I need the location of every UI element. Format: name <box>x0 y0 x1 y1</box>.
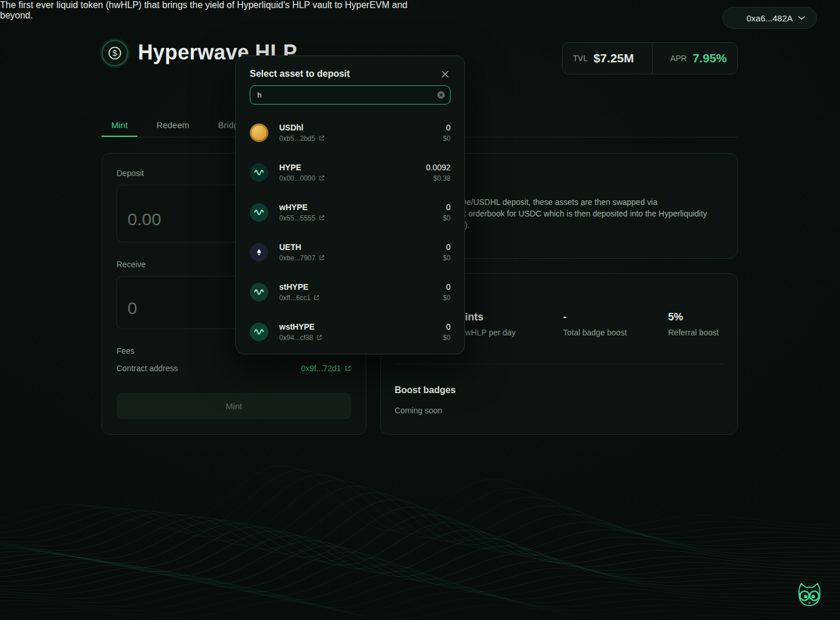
boost-badges-coming-soon: Coming soon <box>395 406 723 415</box>
contract-row: Contract address 0x9f...72d1 <box>117 364 351 373</box>
hyperwave-logo-icon: $ <box>102 40 128 66</box>
asset-balance: 0 <box>446 282 451 292</box>
external-link-icon[interactable] <box>318 175 325 181</box>
contract-address-label: Contract address <box>117 364 178 373</box>
asset-search <box>250 85 451 104</box>
wallet-button[interactable]: 0xa6...482A <box>722 7 817 29</box>
external-link-icon[interactable] <box>318 215 325 221</box>
asset-symbol: stHYPE <box>279 282 432 292</box>
chevron-down-icon <box>798 16 805 20</box>
badge-boost-label: Total badge boost <box>563 328 668 337</box>
points-stat-badge-boost: - Total badge boost <box>563 311 668 337</box>
apr-stat: APR 7.95% <box>670 51 727 65</box>
asset-balance-usd: $0 <box>443 135 451 143</box>
asset-balance: 0 <box>446 123 451 132</box>
search-clear-button[interactable] <box>437 91 445 99</box>
page-subtitle-line1: The first ever liquid token (hwHLP) that… <box>0 0 840 10</box>
hype-token-icon <box>250 163 268 182</box>
points-divider <box>395 364 723 364</box>
modal-header: Select asset to deposit <box>250 68 451 80</box>
asset-address: 0x94...cf38 <box>279 334 313 342</box>
contract-address-link[interactable]: 0x9f...72d1 <box>301 364 351 373</box>
asset-address: 0x00...0000 <box>279 174 316 182</box>
asset-address: 0xb5...2bd5 <box>279 135 316 143</box>
asset-row-sthype[interactable]: stHYPE 0xff...6cc1 0 $0 <box>241 272 460 312</box>
contract-address-value: 0x9f...72d1 <box>301 364 341 373</box>
boost-badges-title: Boost badges <box>395 385 723 395</box>
wallet-address: 0xa6...482A <box>747 13 793 23</box>
tvl-value: $7.25M <box>594 51 634 65</box>
svg-text:$: $ <box>112 48 117 58</box>
asset-balance-usd: $0 <box>443 254 451 262</box>
asset-row-ueth[interactable]: UETH 0xbe...7907 0 $0 <box>241 232 460 272</box>
asset-address: 0x55...5555 <box>279 214 316 222</box>
asset-address: 0xff...6cc1 <box>279 294 310 302</box>
tvl-stat: TVL $7.25M <box>573 51 634 65</box>
asset-symbol: wHYPE <box>279 203 432 212</box>
external-link-icon[interactable] <box>318 135 325 141</box>
asset-balance-usd: $0 <box>443 334 451 342</box>
asset-balance: 0 <box>446 242 451 252</box>
clear-circle-icon <box>437 91 445 99</box>
fees-label: Fees <box>117 346 134 356</box>
referral-boost-label: Referral boost <box>668 328 723 337</box>
external-link-icon[interactable] <box>313 294 320 301</box>
external-link-icon[interactable] <box>316 334 322 341</box>
asset-row-hype[interactable]: HYPE 0x00...0000 0.0092 $0.38 <box>241 152 460 192</box>
stats-divider <box>652 43 652 74</box>
whype-token-icon <box>250 203 268 222</box>
external-link-icon <box>344 365 351 372</box>
asset-row-wsthype[interactable]: wstHYPE 0x94...cf38 0 $0 <box>241 312 460 352</box>
modal-title: Select asset to deposit <box>250 69 350 79</box>
mint-button[interactable]: Mint <box>117 393 351 419</box>
asset-balance: 0 <box>446 322 451 331</box>
asset-symbol: HYPE <box>279 163 415 172</box>
referral-boost-value: 5% <box>668 311 723 323</box>
asset-symbol: UETH <box>279 242 432 252</box>
wallet-avatar <box>726 10 741 25</box>
ueth-token-icon <box>250 243 268 262</box>
asset-search-input[interactable] <box>250 85 451 104</box>
modal-close-button[interactable] <box>440 69 451 80</box>
tvl-label: TVL <box>573 54 588 63</box>
asset-balance-usd: $0 <box>443 294 451 302</box>
asset-symbol: USDhl <box>279 123 432 132</box>
page-subtitle-line2: beyond. <box>0 10 840 21</box>
cat-icon <box>794 580 824 612</box>
cat-mascot-button[interactable] <box>794 580 824 614</box>
tab-redeem[interactable]: Redeem <box>147 114 199 137</box>
asset-balance-usd: $0 <box>443 214 451 222</box>
wave-decoration <box>0 447 840 620</box>
sthype-token-icon <box>250 283 268 301</box>
asset-select-modal: Select asset to deposit USDhl 0xb5...2bd… <box>235 55 465 354</box>
asset-row-usdhl[interactable]: USDhl 0xb5...2bd5 0 $0 <box>241 113 460 152</box>
apr-label: APR <box>670 54 687 63</box>
asset-balance: 0.0092 <box>426 163 451 172</box>
tab-mint[interactable]: Mint <box>102 114 137 137</box>
usdhl-token-icon <box>250 124 268 142</box>
close-icon <box>441 70 449 79</box>
asset-list: USDhl 0xb5...2bd5 0 $0 HYPE 0x00...0000 <box>241 113 460 352</box>
apr-value: 7.95% <box>692 51 727 65</box>
asset-balance: 0 <box>446 203 451 212</box>
asset-row-whype[interactable]: wHYPE 0x55...5555 0 $0 <box>241 192 460 232</box>
external-link-icon[interactable] <box>318 255 325 261</box>
wsthype-token-icon <box>250 323 268 341</box>
points-stat-referral-boost: 5% Referral boost <box>668 311 723 337</box>
stats-card: TVL $7.25M APR 7.95% <box>562 42 738 74</box>
badge-boost-value: - <box>563 311 668 323</box>
asset-balance-usd: $0.38 <box>433 174 451 182</box>
asset-address: 0xbe...7907 <box>279 254 316 262</box>
asset-symbol: wstHYPE <box>279 322 432 331</box>
